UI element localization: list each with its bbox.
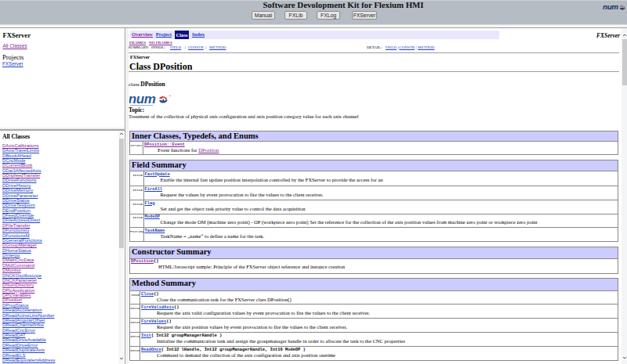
svg-text:num: num (603, 2, 618, 11)
svg-text:®: ® (169, 94, 172, 98)
svg-text:num: num (129, 93, 156, 106)
